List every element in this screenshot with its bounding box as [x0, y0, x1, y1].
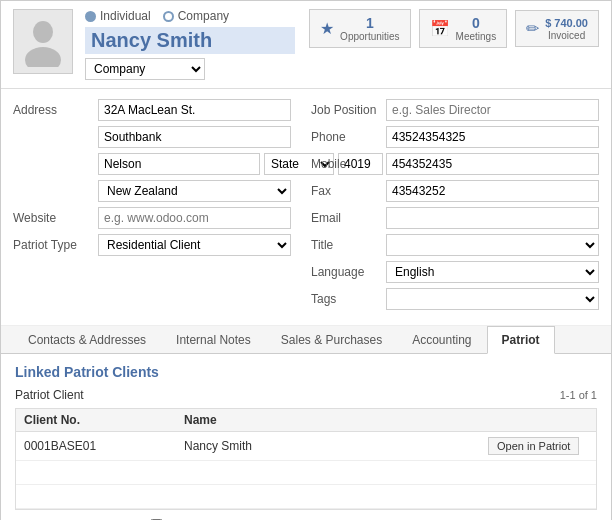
title-label: Title: [311, 238, 386, 252]
country-select[interactable]: New Zealand: [98, 180, 291, 202]
patriot-type-row: Patriot Type Residential Client: [13, 234, 291, 256]
header: Individual Company Company ★ 1: [1, 1, 611, 89]
form-area: Address State New Ze: [1, 89, 611, 326]
company-label: Company: [178, 9, 229, 23]
city-input[interactable]: [98, 153, 260, 175]
name-section: Individual Company Company: [85, 9, 309, 80]
meetings-count: 0: [472, 15, 480, 31]
website-row: Website: [13, 207, 291, 229]
empty-row-2: [16, 485, 596, 509]
opportunities-label: Opportunities: [340, 31, 399, 42]
calendar-icon: 📅: [430, 19, 450, 38]
radio-row: Individual Company: [85, 9, 309, 23]
form-right: Job Position Phone Mobile Fax Email Titl…: [306, 99, 599, 315]
address-line2-input[interactable]: [98, 126, 291, 148]
form-left: Address State New Ze: [13, 99, 306, 315]
language-select[interactable]: English: [386, 261, 599, 283]
job-position-input[interactable]: [386, 99, 599, 121]
table-header: Client No. Name: [16, 409, 596, 432]
individual-label: Individual: [100, 9, 151, 23]
col-header-action: [488, 413, 588, 427]
country-row: New Zealand: [13, 180, 291, 202]
tab-internal[interactable]: Internal Notes: [161, 326, 266, 354]
mobile-input[interactable]: [386, 153, 599, 175]
invoiced-label: Invoiced: [545, 30, 588, 41]
individual-radio-dot: [85, 11, 96, 22]
client-name-cell: Nancy Smith: [184, 439, 488, 453]
phone-row: Phone: [311, 126, 599, 148]
address-label: Address: [13, 103, 98, 117]
language-row: Language English: [311, 261, 599, 283]
empty-row-1: [16, 461, 596, 485]
opportunities-button[interactable]: ★ 1 Opportunities: [309, 9, 410, 48]
stat-buttons: ★ 1 Opportunities 📅 0 Meetings ✏: [309, 9, 599, 48]
linked-patriot-title: Linked Patriot Clients: [15, 364, 597, 380]
phone-label: Phone: [311, 130, 386, 144]
phone-input[interactable]: [386, 126, 599, 148]
language-label: Language: [311, 265, 386, 279]
col-header-client-no: Client No.: [24, 413, 184, 427]
invoiced-amount: $ 740.00: [545, 17, 588, 29]
star-icon: ★: [320, 19, 334, 38]
address-line1-input[interactable]: [98, 99, 291, 121]
email-input[interactable]: [386, 207, 599, 229]
patriot-client-label: Patriot Client: [15, 388, 84, 402]
address-city-row: State: [13, 153, 291, 175]
tab-patriot[interactable]: Patriot: [487, 326, 555, 354]
website-input[interactable]: [98, 207, 291, 229]
meetings-button[interactable]: 📅 0 Meetings: [419, 9, 508, 48]
individual-radio[interactable]: Individual: [85, 9, 151, 23]
mobile-row: Mobile: [311, 153, 599, 175]
title-select[interactable]: [386, 234, 599, 256]
svg-point-0: [33, 21, 53, 43]
tab-accounting[interactable]: Accounting: [397, 326, 486, 354]
patriot-type-select[interactable]: Residential Client: [98, 234, 291, 256]
mobile-label: Mobile: [311, 157, 386, 171]
tab-content-patriot: Linked Patriot Clients Patriot Client 1-…: [1, 354, 611, 520]
tags-row: Tags: [311, 288, 599, 310]
job-position-label: Job Position: [311, 103, 386, 117]
invoiced-button[interactable]: ✏ $ 740.00 Invoiced: [515, 10, 599, 47]
email-row: Email: [311, 207, 599, 229]
pagination-info: 1-1 of 1: [560, 389, 597, 401]
meetings-label: Meetings: [456, 31, 497, 42]
patriot-client-header: Patriot Client 1-1 of 1: [15, 388, 597, 402]
avatar: [13, 9, 73, 74]
patriot-type-label: Patriot Type: [13, 238, 98, 252]
invoice-icon: ✏: [526, 19, 539, 38]
tabs-row: Contacts & Addresses Internal Notes Sale…: [1, 326, 611, 354]
action-cell: Open in Patriot: [488, 437, 588, 455]
job-position-row: Job Position: [311, 99, 599, 121]
address-line2-row: [13, 126, 291, 148]
table-row: 0001BASE01 Nancy Smith Open in Patriot: [16, 432, 596, 461]
email-label: Email: [311, 211, 386, 225]
tab-contacts[interactable]: Contacts & Addresses: [13, 326, 161, 354]
company-radio[interactable]: Company: [163, 9, 229, 23]
name-input[interactable]: [85, 27, 295, 54]
title-row: Title: [311, 234, 599, 256]
col-header-name: Name: [184, 413, 488, 427]
client-no-cell: 0001BASE01: [24, 439, 184, 453]
tab-sales[interactable]: Sales & Purchases: [266, 326, 397, 354]
website-label: Website: [13, 211, 98, 225]
fax-row: Fax: [311, 180, 599, 202]
tags-label: Tags: [311, 292, 386, 306]
opportunities-count: 1: [366, 15, 374, 31]
tags-select[interactable]: [386, 288, 599, 310]
open-in-patriot-button[interactable]: Open in Patriot: [488, 437, 579, 455]
patriot-table: Client No. Name 0001BASE01 Nancy Smith O…: [15, 408, 597, 510]
address-row: Address: [13, 99, 291, 121]
svg-point-1: [25, 47, 61, 67]
company-radio-dot: [163, 11, 174, 22]
fax-input[interactable]: [386, 180, 599, 202]
fax-label: Fax: [311, 184, 386, 198]
main-container: Individual Company Company ★ 1: [0, 0, 612, 520]
company-select[interactable]: Company: [85, 58, 205, 80]
